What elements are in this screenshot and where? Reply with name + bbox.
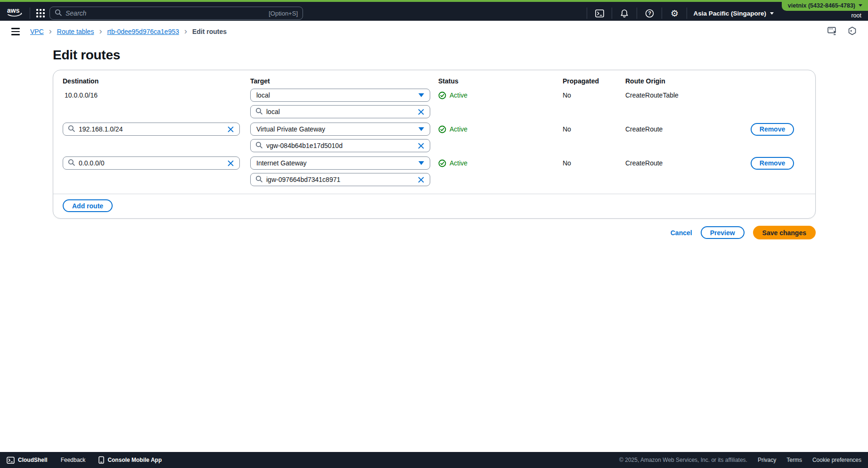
target-search-field[interactable] xyxy=(250,105,430,118)
form-actions: Cancel Preview Save changes xyxy=(53,226,816,239)
cloudshell-icon[interactable] xyxy=(593,9,606,17)
routes-table-header: Destination Target Status Propagated Rou… xyxy=(63,77,806,85)
propagated-value: No xyxy=(563,125,625,133)
target-type-value: local xyxy=(256,91,270,99)
preview-button[interactable]: Preview xyxy=(701,226,745,239)
status-badge: Active xyxy=(438,125,563,133)
clear-x-icon[interactable] xyxy=(417,107,425,116)
breadcrumb-bar: VPC › Route tables › rtb-0dee95d976ca1e9… xyxy=(0,21,868,42)
edit-routes-card: Destination Target Status Propagated Rou… xyxy=(53,70,816,219)
propagated-value: No xyxy=(563,159,625,167)
chevron-down-icon xyxy=(418,127,424,131)
apps-grid-icon[interactable] xyxy=(36,9,45,17)
divider xyxy=(612,8,612,19)
region-label: Asia Pacific (Singapore) xyxy=(693,10,766,17)
remove-route-button[interactable]: Remove xyxy=(751,123,794,136)
chevron-down-icon xyxy=(770,12,774,15)
menu-hamburger-icon[interactable] xyxy=(11,28,20,35)
account-menu[interactable]: vietnix (5432-8465-4783) xyxy=(782,0,868,11)
clear-x-icon[interactable] xyxy=(226,125,235,133)
copyright-text: © 2025, Amazon Web Services, Inc. or its… xyxy=(619,457,747,463)
route-row: Virtual Private Gateway Active No Create… xyxy=(63,123,806,152)
propagated-value: No xyxy=(563,91,625,99)
route-row: 10.0.0.0/16 local Active No CreateRouteT… xyxy=(63,89,806,118)
status-text: Active xyxy=(450,159,467,167)
target-type-dropdown[interactable]: local xyxy=(250,89,430,102)
breadcrumb-link-route-tables[interactable]: Route tables xyxy=(57,28,94,35)
new-ui-monitor-icon[interactable] xyxy=(827,26,837,37)
chevron-right-icon: › xyxy=(184,27,187,35)
divider xyxy=(637,8,637,19)
target-search-input[interactable] xyxy=(266,108,413,115)
chevron-down-icon xyxy=(418,161,424,165)
route-row: Internet Gateway Active No CreateRoute R… xyxy=(63,156,806,186)
column-header-propagated: Propagated xyxy=(563,77,625,85)
breadcrumb-current: Edit routes xyxy=(192,28,227,35)
cookie-preferences-link[interactable]: Cookie preferences xyxy=(812,457,861,463)
svg-text:aws: aws xyxy=(7,7,20,14)
remove-route-button[interactable]: Remove xyxy=(751,157,794,170)
divider xyxy=(30,8,30,19)
privacy-link[interactable]: Privacy xyxy=(758,457,776,463)
search-input[interactable] xyxy=(66,9,265,17)
chevron-down-icon xyxy=(859,4,862,7)
region-selector[interactable]: Asia Pacific (Singapore) xyxy=(693,10,774,17)
destination-value: 10.0.0.0/16 xyxy=(63,91,250,99)
notifications-bell-icon[interactable] xyxy=(618,9,631,18)
breadcrumb-link-route-table-id[interactable]: rtb-0dee95d976ca1e953 xyxy=(107,28,179,35)
status-badge: Active xyxy=(438,91,563,99)
footer-feedback-button[interactable]: Feedback xyxy=(61,457,86,463)
target-type-dropdown[interactable]: Virtual Private Gateway xyxy=(250,123,430,136)
check-circle-icon xyxy=(438,159,446,167)
chevron-right-icon: › xyxy=(49,27,52,35)
feedback-label: Feedback xyxy=(61,457,86,463)
target-search-field[interactable] xyxy=(250,139,430,152)
global-search[interactable]: [Option+S] xyxy=(49,7,303,20)
clear-x-icon[interactable] xyxy=(417,175,425,184)
column-header-route-origin: Route Origin xyxy=(625,77,751,85)
status-hexagon-icon[interactable] xyxy=(848,26,857,37)
footer-cloudshell-button[interactable]: CloudShell xyxy=(7,457,48,464)
column-header-target: Target xyxy=(250,77,438,85)
breadcrumb-link-vpc[interactable]: VPC xyxy=(30,28,44,35)
status-text: Active xyxy=(450,125,467,133)
status-badge: Active xyxy=(438,159,563,167)
chevron-down-icon xyxy=(418,93,424,97)
aws-logo[interactable]: aws xyxy=(7,6,24,20)
add-route-button[interactable]: Add route xyxy=(63,199,113,212)
clear-x-icon[interactable] xyxy=(226,159,235,167)
divider xyxy=(687,8,687,19)
search-shortcut-hint: [Option+S] xyxy=(269,10,298,17)
clear-x-icon[interactable] xyxy=(417,141,425,150)
destination-input[interactable] xyxy=(79,125,222,133)
footer-mobile-app-button[interactable]: Console Mobile App xyxy=(98,456,162,464)
search-icon xyxy=(68,125,75,134)
top-navigation-bar: aws [Option+S] xyxy=(0,0,868,21)
check-circle-icon xyxy=(438,91,446,99)
target-search-input[interactable] xyxy=(266,176,413,183)
mobile-app-label: Console Mobile App xyxy=(107,457,162,463)
target-search-input[interactable] xyxy=(266,142,413,149)
target-type-value: Internet Gateway xyxy=(256,159,307,167)
chevron-right-icon: › xyxy=(99,27,102,35)
destination-field[interactable] xyxy=(63,156,240,170)
svg-text:?: ? xyxy=(648,10,651,16)
accent-top-line xyxy=(0,0,868,2)
search-icon xyxy=(255,107,262,116)
help-icon[interactable]: ? xyxy=(643,9,655,18)
cancel-button[interactable]: Cancel xyxy=(671,229,692,237)
column-header-status: Status xyxy=(438,77,563,85)
save-changes-button[interactable]: Save changes xyxy=(753,226,816,239)
target-type-dropdown[interactable]: Internet Gateway xyxy=(250,156,430,170)
destination-input[interactable] xyxy=(79,159,222,167)
account-label: vietnix (5432-8465-4783) xyxy=(788,2,855,9)
route-origin-value: CreateRoute xyxy=(625,125,751,133)
terms-link[interactable]: Terms xyxy=(786,457,802,463)
target-search-field[interactable] xyxy=(250,173,430,186)
divider xyxy=(587,8,587,19)
status-text: Active xyxy=(450,91,467,99)
settings-gear-icon[interactable]: ⚙ xyxy=(668,9,680,18)
destination-field[interactable] xyxy=(63,123,240,136)
target-type-value: Virtual Private Gateway xyxy=(256,125,325,133)
mobile-phone-icon xyxy=(98,456,104,464)
